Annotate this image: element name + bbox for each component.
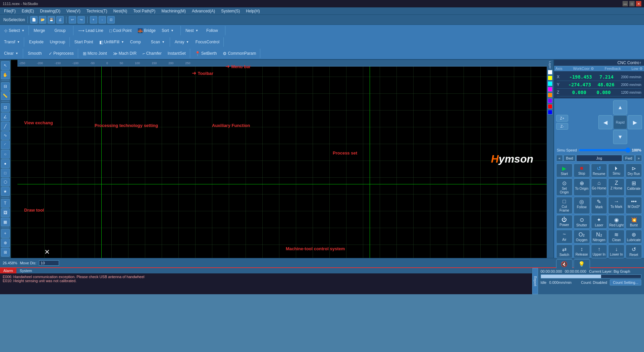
merge-button[interactable]: Merge	[31, 26, 51, 35]
tool-angle[interactable]: ∠	[1, 113, 10, 121]
tool-text[interactable]: T	[1, 199, 10, 208]
tb-zoom-out[interactable]: -	[99, 16, 106, 24]
layer-color-violet[interactable]	[548, 98, 552, 103]
set-berth-button[interactable]: 📍SetBerth	[192, 49, 220, 58]
explode-button[interactable]: Explode	[26, 37, 46, 47]
clear-button[interactable]: Clear▼	[1, 49, 21, 58]
action-btn-stop[interactable]: ■Stop	[574, 164, 590, 177]
layer-color-cyan[interactable]	[548, 81, 552, 86]
tool-arc[interactable]: ◜	[1, 140, 10, 149]
menu-item-filef[interactable]: File(F)	[1, 8, 18, 14]
layer-color-blue[interactable]	[548, 110, 552, 115]
action-btn-lubricate[interactable]: ⊛Lubricate	[626, 230, 642, 244]
action-btn-start[interactable]: ▶Start	[556, 164, 573, 177]
count-setting-button[interactable]: Count Setting...	[610, 279, 641, 285]
jog-bwd-prev-button[interactable]: «	[556, 155, 563, 162]
nav-down-button[interactable]: ▼	[613, 130, 627, 144]
tb-print[interactable]: 🖨	[56, 16, 64, 24]
tb-fit[interactable]: ⊡	[107, 16, 115, 24]
tool-rect[interactable]: □	[1, 169, 10, 177]
array-button[interactable]: Array▼	[172, 37, 192, 47]
tb-save[interactable]: 💾	[48, 16, 55, 24]
tool-plus[interactable]: +	[1, 229, 10, 238]
action-btn-power[interactable]: ⏻Power	[556, 215, 573, 229]
scan-button[interactable]: Scan▼	[148, 37, 168, 47]
menu-item-advanceda[interactable]: Advanced(A)	[189, 8, 218, 14]
layer-color-orange[interactable]	[548, 93, 552, 97]
action-btn-lower-in[interactable]: ↓Lower In	[608, 245, 625, 258]
tool-grid[interactable]: ⊞	[1, 248, 10, 257]
chamfer-button[interactable]: ⌐Chamfer	[140, 49, 164, 58]
maximize-button[interactable]: □	[629, 1, 635, 6]
tool-barcode[interactable]: ▦	[1, 218, 10, 226]
bridge-button[interactable]: 🌉Bridge	[135, 26, 158, 35]
ungroup-button[interactable]: Ungroup	[47, 37, 68, 47]
nest-button[interactable]: Nest▼	[183, 26, 203, 35]
menu-item-edite[interactable]: Edit(E)	[19, 8, 37, 14]
action-btn-oxygen[interactable]: O₂Oxygen	[574, 230, 590, 244]
focus-control-button[interactable]: FocusControl	[193, 37, 222, 47]
action-btn-upper-in[interactable]: ↑Upper In	[591, 245, 607, 258]
mach-dir-button[interactable]: ≫Mach DIR	[110, 49, 139, 58]
action-btn-release[interactable]: ↕Release	[574, 245, 590, 258]
menu-item-toolpathp[interactable]: Tool Path(P)	[130, 8, 158, 14]
instant-set-button[interactable]: InstantSet	[165, 49, 189, 58]
menu-item-technicst[interactable]: Technics(T)	[84, 8, 110, 14]
action-btn-laser[interactable]: ✦Laser	[591, 215, 607, 229]
layer-color-yellow[interactable]	[548, 76, 552, 80]
action-btn-mark[interactable]: ✎Mark	[591, 197, 607, 214]
jog-fwd-button[interactable]: Fwd	[623, 155, 635, 162]
tb-redo[interactable]: ↪	[77, 16, 85, 24]
nav-up-button[interactable]: ▲	[613, 100, 627, 115]
action-btn-set-origin[interactable]: ⊙Set Origin	[556, 178, 573, 196]
unfill-fill-button[interactable]: ◧Unfill/Fill▼	[97, 37, 127, 47]
action-btn-m-dot3-[interactable]: •••M Dot3*	[626, 197, 642, 214]
start-point-button[interactable]: Start Point	[72, 37, 96, 47]
action-btn-reset[interactable]: ↺Reset	[626, 245, 642, 258]
action-btn-follow[interactable]: ◎Follow	[574, 197, 590, 214]
tb-undo[interactable]: ↩	[69, 16, 76, 24]
action-btn-to-mark[interactable]: →To Mark	[608, 197, 625, 214]
menu-item-viewv[interactable]: View(V)	[64, 8, 83, 14]
menu-item-helph[interactable]: Help(H)	[243, 8, 262, 14]
action-btn-shutter[interactable]: ⊙Shutter	[574, 215, 590, 229]
comp-button[interactable]: Comp	[127, 37, 148, 47]
layer-color-red[interactable]	[548, 104, 552, 109]
menu-item-machiningm[interactable]: Machining(M)	[159, 8, 189, 14]
action-btn-calibrate[interactable]: ⊞Calibrate	[626, 178, 642, 196]
smooth-button[interactable]: Smooth	[25, 49, 45, 58]
tool-measure[interactable]: 📏	[1, 91, 10, 100]
tool-select[interactable]: ↖	[1, 61, 10, 70]
menu-item-systems[interactable]: System(S)	[218, 8, 243, 14]
micro-joint-button[interactable]: ⊞Micro Joint	[80, 49, 110, 58]
tool-origin[interactable]: ⊕	[1, 238, 10, 247]
tool-poly[interactable]: ⬡	[1, 178, 10, 187]
jog-bwd-button[interactable]: Bwd	[564, 155, 575, 162]
report-tab-button[interactable]: Report	[532, 268, 538, 294]
tb-zoom-in[interactable]: +	[90, 16, 97, 24]
tool-image[interactable]: 🖼	[1, 208, 10, 217]
menu-item-nestn[interactable]: Nest(N)	[111, 8, 130, 14]
canvas-area[interactable]: -250 -200 -150 -100 -50 0 50 100 150 200…	[11, 60, 547, 258]
action-btn-nitrogen[interactable]: N₂Nitrogen	[591, 230, 607, 244]
simu-speed-slider[interactable]	[578, 147, 631, 153]
z-plus-button[interactable]: Z+	[556, 115, 568, 122]
layer-color-magenta[interactable]	[548, 87, 552, 92]
tool-curve[interactable]: ∿	[1, 131, 10, 140]
action-btn-red-light[interactable]: ◉Red Light	[608, 215, 625, 229]
lead-line-button[interactable]: ⟶Lead Line	[75, 26, 106, 35]
nav-left-button[interactable]: ◀	[598, 115, 612, 129]
z-minus-button[interactable]: Z-	[556, 123, 568, 130]
tb-open[interactable]: 📂	[39, 16, 46, 24]
minimize-button[interactable]: —	[623, 1, 628, 6]
nav-right-button[interactable]: ▶	[628, 115, 642, 129]
cool-point-button[interactable]: □Cool Point	[107, 26, 134, 35]
action-btn-dry-run[interactable]: ⊳Dry Run	[626, 164, 642, 177]
tool-pan[interactable]: ✋	[1, 71, 10, 79]
system-tab-button[interactable]: System	[16, 268, 36, 273]
action-btn-cut-frame[interactable]: □Cut Frame	[556, 197, 573, 214]
close-button[interactable]: ✕	[636, 1, 641, 6]
action-btn-simu[interactable]: ⏵Simu	[608, 164, 625, 177]
move-dis-input[interactable]	[39, 260, 59, 266]
action-btn-switch[interactable]: ⇄Switch	[556, 245, 573, 258]
